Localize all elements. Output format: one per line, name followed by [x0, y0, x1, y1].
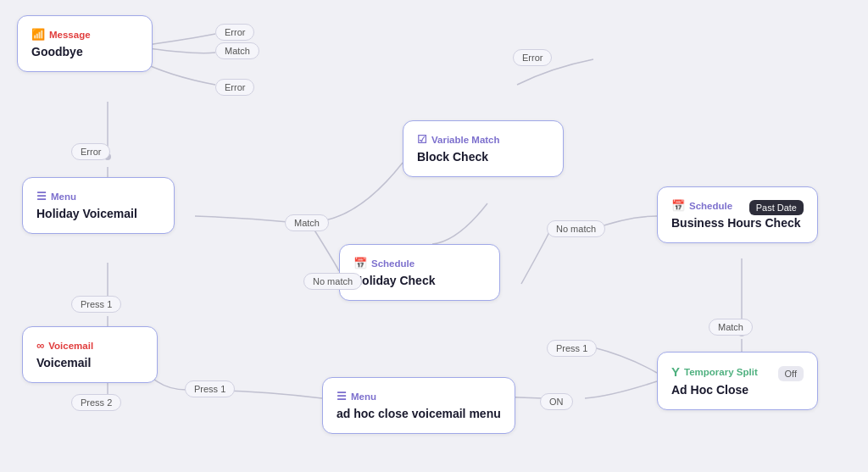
schedule-business-type-label: Schedule: [689, 201, 732, 211]
temp-split-type-label: Temporary Split: [684, 367, 758, 377]
schedule-holiday-icon: 📅: [353, 257, 367, 269]
menu-type-label-1: Menu: [51, 192, 76, 202]
edge-label-press1-a: Press 1: [71, 296, 121, 313]
edge-label-press2: Press 2: [71, 394, 121, 411]
message-goodbye-node: 📶 Message Goodbye: [17, 15, 153, 72]
edge-label-no-match1: No match: [303, 273, 362, 290]
schedule-holiday-node: 📅 Schedule Holiday Check: [339, 244, 500, 301]
off-badge: Off: [778, 366, 804, 381]
edge-label-error1: Error: [215, 24, 254, 41]
menu-adhoc-title: ad hoc close voicemail menu: [337, 406, 501, 421]
temp-split-title: Ad Hoc Close: [671, 382, 804, 397]
menu-holiday-voicemail-title: Holiday Voicemail: [36, 206, 160, 221]
variable-match-type-label: Variable Match: [431, 135, 500, 145]
menu-type-label-2: Menu: [351, 391, 376, 402]
variable-match-block-title: Block Check: [417, 149, 549, 164]
edge-label-on1: ON: [540, 393, 573, 410]
edge-label-error4: Error: [513, 49, 552, 66]
voicemail-title: Voicemail: [36, 355, 143, 370]
schedule-business-node: 📅 Schedule Past Date Business Hours Chec…: [657, 186, 818, 243]
temp-split-icon: Y: [671, 364, 680, 379]
message-icon: 📶: [31, 28, 45, 41]
edge-label-error3: Error: [71, 143, 110, 160]
menu-icon-1: ☰: [36, 190, 47, 203]
variable-match-icon: ☑: [417, 133, 427, 146]
menu-holiday-voicemail-node: ☰ Menu Holiday Voicemail: [22, 177, 175, 234]
message-goodbye-title: Goodbye: [31, 44, 138, 59]
edge-label-press1-c: Press 1: [547, 340, 597, 357]
menu-icon-2: ☰: [337, 390, 347, 403]
edge-label-press1-b: Press 1: [185, 380, 235, 397]
edge-label-no-match2: No match: [547, 220, 605, 237]
edge-label-error2: Error: [215, 79, 254, 96]
schedule-business-title: Business Hours Check: [671, 215, 804, 230]
schedule-holiday-type-label: Schedule: [371, 258, 415, 269]
edge-label-match3: Match: [709, 319, 753, 336]
edge-label-match2: Match: [285, 214, 329, 231]
schedule-holiday-title: Holiday Check: [353, 273, 486, 288]
past-date-badge: Past Date: [749, 200, 804, 215]
voicemail-type-label: Voicemail: [48, 341, 93, 351]
voicemail-icon: ∞: [36, 339, 44, 352]
menu-adhoc-node: ☰ Menu ad hoc close voicemail menu: [322, 377, 515, 434]
message-type-label: Message: [49, 30, 91, 40]
edge-label-match1: Match: [215, 42, 259, 59]
temp-split-node: Y Temporary Split Off Ad Hoc Close: [657, 352, 818, 410]
voicemail-node: ∞ Voicemail Voicemail: [22, 326, 158, 383]
variable-match-block-node: ☑ Variable Match Block Check: [403, 120, 564, 177]
schedule-business-icon: 📅: [671, 199, 685, 212]
